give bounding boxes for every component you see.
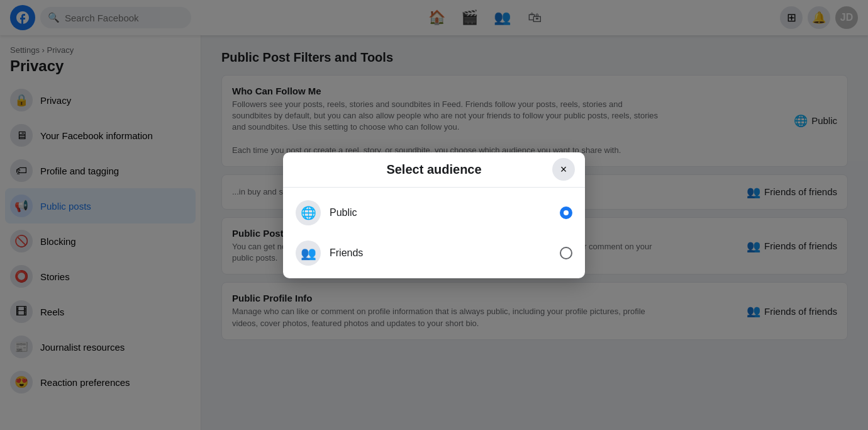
modal-body: 🌐 Public 👥 Friends: [283, 188, 585, 278]
friends-audience-option[interactable]: 👥 Friends: [283, 233, 585, 273]
modal-title: Select audience: [386, 162, 481, 177]
public-audience-option[interactable]: 🌐 Public: [283, 193, 585, 233]
friends-radio[interactable]: [560, 247, 572, 259]
modal-header: Select audience ×: [283, 152, 585, 188]
select-audience-modal: Select audience × 🌐 Public 👥 Friends: [283, 152, 585, 278]
public-audience-label: Public: [330, 207, 551, 218]
public-radio[interactable]: [560, 207, 572, 219]
modal-close-button[interactable]: ×: [552, 158, 575, 181]
modal-overlay[interactable]: Select audience × 🌐 Public 👥 Friends: [0, 0, 868, 430]
friends-audience-icon: 👥: [296, 240, 321, 266]
friends-audience-label: Friends: [330, 247, 551, 259]
public-audience-icon: 🌐: [296, 200, 321, 225]
